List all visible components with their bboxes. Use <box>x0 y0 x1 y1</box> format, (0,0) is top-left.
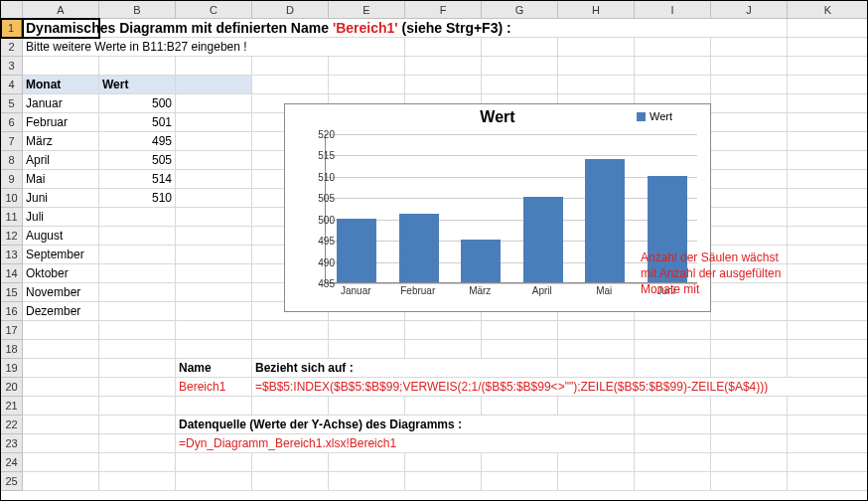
row-header-23[interactable]: 23 <box>1 434 23 453</box>
cell-J8[interactable] <box>711 151 788 170</box>
value-cell[interactable]: 500 <box>99 94 176 113</box>
row-header-2[interactable]: 2 <box>1 38 23 57</box>
cell-C6[interactable] <box>176 113 252 132</box>
month-cell[interactable]: Januar <box>23 94 99 113</box>
cell-K16[interactable] <box>788 302 868 321</box>
instruction-text[interactable]: Bitte weitere Werte in B11:B27 eingeben … <box>23 38 405 57</box>
cell-J21[interactable] <box>711 397 788 416</box>
cell-A24[interactable] <box>23 453 99 472</box>
col-header-D[interactable]: D <box>252 1 329 19</box>
col-header-J[interactable]: J <box>711 1 788 19</box>
cell-C8[interactable] <box>176 151 252 170</box>
cell-B18[interactable] <box>99 340 176 359</box>
cell-K21[interactable] <box>788 397 868 416</box>
cell-K24[interactable] <box>788 453 868 472</box>
cell-F2[interactable] <box>405 38 482 57</box>
cell-C11[interactable] <box>176 208 252 227</box>
cell-C24[interactable] <box>176 453 252 472</box>
row-header-8[interactable]: 8 <box>1 151 23 170</box>
row-header-1[interactable]: 1 <box>1 19 23 38</box>
cell-I23[interactable] <box>635 434 711 453</box>
datasource[interactable]: =Dyn_Diagramm_Bereich1.xlsx!Bereich1 <box>176 434 635 453</box>
value-cell[interactable] <box>99 208 176 227</box>
cell-J22[interactable] <box>711 416 788 434</box>
cell-A25[interactable] <box>23 472 99 491</box>
value-cell[interactable] <box>99 264 176 283</box>
month-cell[interactable]: Mai <box>23 170 99 189</box>
cell-H25[interactable] <box>558 472 635 491</box>
row-header-22[interactable]: 22 <box>1 416 23 434</box>
cell-K6[interactable] <box>788 113 868 132</box>
cell-G21[interactable] <box>482 397 558 416</box>
cell-I25[interactable] <box>635 472 711 491</box>
cell-K5[interactable] <box>788 94 868 113</box>
bar-Februar[interactable] <box>399 214 439 282</box>
cell-A22[interactable] <box>23 416 99 434</box>
cell-J19[interactable] <box>711 359 788 378</box>
row-header-18[interactable]: 18 <box>1 340 23 359</box>
cell-B22[interactable] <box>99 416 176 434</box>
month-cell[interactable]: Februar <box>23 113 99 132</box>
row-header-19[interactable]: 19 <box>1 359 23 378</box>
row-header-16[interactable]: 16 <box>1 302 23 321</box>
cell-C21[interactable] <box>176 397 252 416</box>
value-cell[interactable]: 505 <box>99 151 176 170</box>
cell-C16[interactable] <box>176 302 252 321</box>
row-header-12[interactable]: 12 <box>1 227 23 246</box>
cell-F25[interactable] <box>405 472 482 491</box>
value-cell[interactable]: 495 <box>99 132 176 151</box>
row-header-13[interactable]: 13 <box>1 246 23 264</box>
cell-J16[interactable] <box>711 302 788 321</box>
cell-C17[interactable] <box>176 321 252 340</box>
cell-B23[interactable] <box>99 434 176 453</box>
cell-C13[interactable] <box>176 246 252 264</box>
value-cell[interactable] <box>99 227 176 246</box>
cell-B19[interactable] <box>99 359 176 378</box>
select-all-corner[interactable] <box>1 1 23 19</box>
cell-K10[interactable] <box>788 189 868 208</box>
col-header-C[interactable]: C <box>176 1 252 19</box>
active-cell[interactable] <box>23 19 99 38</box>
cell-C12[interactable] <box>176 227 252 246</box>
cell-J11[interactable] <box>711 208 788 227</box>
cell-H19[interactable] <box>558 359 635 378</box>
cell-K22[interactable] <box>788 416 868 434</box>
cell-K9[interactable] <box>788 170 868 189</box>
cell-C25[interactable] <box>176 472 252 491</box>
page-title[interactable]: Dynamisches Diagramm mit definierten Nam… <box>23 19 788 38</box>
cell-I3[interactable] <box>635 57 711 76</box>
cell-K3[interactable] <box>788 57 868 76</box>
bar-Mai[interactable] <box>585 159 625 282</box>
row-header-15[interactable]: 15 <box>1 283 23 302</box>
cell-J2[interactable] <box>711 38 788 57</box>
cell-J4[interactable] <box>711 76 788 94</box>
cell-D24[interactable] <box>252 453 329 472</box>
cell-K11[interactable] <box>788 208 868 227</box>
cell-D4[interactable] <box>252 76 329 94</box>
table-header-month[interactable]: Monat <box>23 76 99 94</box>
cell-D17[interactable] <box>252 321 329 340</box>
cell-D3[interactable] <box>252 57 329 76</box>
month-cell[interactable]: März <box>23 132 99 151</box>
table-header-value[interactable]: Wert <box>99 76 176 94</box>
cell-A21[interactable] <box>23 397 99 416</box>
month-cell[interactable]: Juli <box>23 208 99 227</box>
row-header-21[interactable]: 21 <box>1 397 23 416</box>
cell-E24[interactable] <box>329 453 405 472</box>
cell-J5[interactable] <box>711 94 788 113</box>
row-header-5[interactable]: 5 <box>1 94 23 113</box>
cell-K18[interactable] <box>788 340 868 359</box>
cell-G25[interactable] <box>482 472 558 491</box>
cell-J17[interactable] <box>711 321 788 340</box>
cell-E18[interactable] <box>329 340 405 359</box>
cell-K8[interactable] <box>788 151 868 170</box>
row-header-24[interactable]: 24 <box>1 453 23 472</box>
cell-J23[interactable] <box>711 434 788 453</box>
cell-B20[interactable] <box>99 378 176 397</box>
cell-K19[interactable] <box>788 359 868 378</box>
cell-J18[interactable] <box>711 340 788 359</box>
value-cell[interactable]: 501 <box>99 113 176 132</box>
cell-A20[interactable] <box>23 378 99 397</box>
row-header-20[interactable]: 20 <box>1 378 23 397</box>
name-label[interactable]: Name <box>176 359 252 378</box>
